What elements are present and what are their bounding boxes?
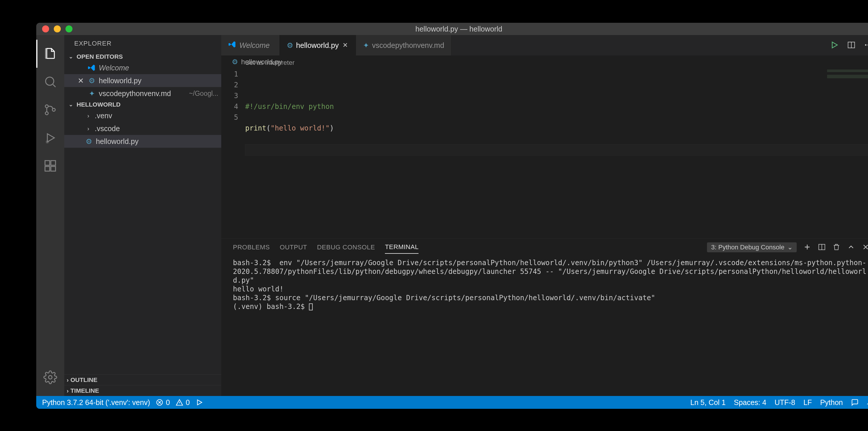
folder-header[interactable]: ⌄ HELLOWORLD: [64, 100, 221, 109]
open-editor-welcome[interactable]: Welcome: [64, 61, 221, 74]
code-line[interactable]: #!/usr/bin/env python: [245, 101, 868, 112]
status-cursor-position[interactable]: Ln 5, Col 1: [690, 398, 726, 407]
open-editor-label: Welcome: [99, 64, 129, 72]
code-line[interactable]: [245, 112, 868, 123]
chevron-down-icon: ⌄: [67, 101, 75, 108]
markdown-icon: ✦: [363, 41, 369, 49]
panel: PROBLEMS OUTPUT DEBUG CONSOLE TERMINAL 3…: [221, 238, 868, 396]
debug-icon: [43, 131, 57, 145]
svg-rect-6: [45, 166, 50, 171]
gutter: 12345: [221, 68, 245, 238]
error-icon: [156, 399, 163, 406]
terminal-cursor: [309, 303, 313, 310]
code-line[interactable]: [245, 134, 868, 144]
close-panel-button[interactable]: [862, 243, 868, 252]
status-encoding[interactable]: UTF-8: [774, 398, 795, 407]
open-editors-list: Welcome ✕ ⚙ helloworld.py ✦ vscodepython…: [64, 61, 221, 100]
tab-label: Welcome: [239, 41, 270, 49]
vscode-icon: [228, 40, 237, 50]
new-terminal-button[interactable]: [803, 243, 811, 252]
tab-helloworld[interactable]: ⚙ helloworld.py ✕: [280, 35, 356, 56]
chevron-right-icon: ›: [67, 376, 69, 384]
timeline-label: TIMELINE: [70, 387, 99, 394]
open-editor-helloworld[interactable]: ✕ ⚙ helloworld.py: [64, 74, 221, 87]
panel-tab-terminal[interactable]: TERMINAL: [385, 241, 418, 254]
open-editor-vscodepythonvenv[interactable]: ✦ vscodepythonvenv.md ~/Googl...: [64, 87, 221, 100]
status-feedback[interactable]: [851, 399, 859, 406]
line-number: 5: [221, 112, 238, 123]
split-editor-button[interactable]: [847, 41, 856, 50]
code-line[interactable]: print("hello world!"): [245, 123, 868, 134]
kill-terminal-button[interactable]: [832, 243, 840, 252]
chevron-down-icon: ⌄: [787, 243, 793, 251]
svg-point-3: [52, 108, 55, 111]
svg-point-1: [45, 105, 48, 108]
status-indentation[interactable]: Spaces: 4: [734, 398, 766, 407]
more-actions-button[interactable]: [864, 41, 868, 50]
status-language[interactable]: Python: [820, 398, 843, 407]
run-button[interactable]: [830, 41, 839, 50]
terminal-text: bash-3.2$ env "/Users/jemurray/Google Dr…: [233, 259, 866, 311]
python-icon: ⚙: [287, 41, 293, 49]
svg-point-2: [45, 112, 48, 115]
open-editor-label: helloworld.py: [99, 76, 142, 85]
svg-rect-5: [45, 161, 50, 165]
timeline-section[interactable]: › TIMELINE: [64, 385, 221, 396]
minimize-window-button[interactable]: [54, 25, 61, 32]
status-notifications[interactable]: [867, 399, 868, 406]
close-icon[interactable]: ✕: [76, 76, 85, 85]
code-line[interactable]: [245, 144, 868, 155]
outline-section[interactable]: › OUTLINE: [64, 374, 221, 385]
folder-item-helloworld-py[interactable]: ⚙ helloworld.py: [64, 135, 221, 148]
folder-item-vscode[interactable]: › .vscode: [64, 122, 221, 135]
line-number: 2: [221, 80, 238, 91]
activity-explorer[interactable]: [36, 40, 64, 68]
statusbar: Python 3.7.2 64-bit ('.venv': venv) 0 0 …: [36, 396, 868, 409]
code-area[interactable]: Set as interpreter #!/usr/bin/env python…: [245, 68, 868, 238]
terminal-output[interactable]: bash-3.2$ env "/Users/jemurray/Google Dr…: [221, 256, 868, 396]
chevron-right-icon: ›: [67, 387, 69, 394]
activity-search[interactable]: [36, 68, 64, 96]
terminal-select[interactable]: 3: Python Debug Console ⌄: [707, 242, 797, 252]
editor[interactable]: 12345 Set as interpreter #!/usr/bin/env …: [221, 68, 868, 238]
activity-extensions[interactable]: [36, 152, 64, 180]
chevron-right-icon: ›: [85, 112, 92, 119]
status-eol[interactable]: LF: [803, 398, 812, 407]
open-editor-label: vscodepythonvenv.md: [99, 89, 171, 98]
close-icon[interactable]: ✕: [342, 41, 349, 49]
tab-vscodepythonvenv[interactable]: ✦ vscodepythonvenv.md: [356, 35, 452, 56]
extensions-icon: [43, 159, 57, 173]
panel-tab-debug-console[interactable]: DEBUG CONSOLE: [317, 241, 375, 254]
split-terminal-button[interactable]: [818, 243, 826, 252]
activity-run-debug[interactable]: [36, 124, 64, 152]
status-warnings[interactable]: 0: [176, 398, 190, 407]
activity-settings[interactable]: [36, 363, 64, 391]
codelens-set-interpreter[interactable]: Set as interpreter: [245, 57, 294, 68]
svg-point-4: [46, 141, 49, 143]
maximize-window-button[interactable]: [65, 25, 72, 32]
window-title: helloworld.py — helloworld: [36, 25, 868, 33]
open-editors-header[interactable]: ⌄ OPEN EDITORS: [64, 52, 221, 61]
minimap[interactable]: [827, 69, 868, 78]
python-icon: ⚙: [232, 58, 238, 66]
folder-tree: › .venv › .vscode ⚙ helloworld.py: [64, 109, 221, 148]
panel-tab-output[interactable]: OUTPUT: [280, 241, 307, 254]
svg-point-0: [45, 77, 54, 85]
vscode-icon: [88, 64, 96, 72]
svg-point-9: [49, 375, 52, 379]
tabs: Welcome ⚙ helloworld.py ✕ ✦ vscodepython…: [221, 35, 868, 56]
status-errors[interactable]: 0: [156, 398, 170, 407]
close-window-button[interactable]: [42, 25, 49, 32]
folder-item-venv[interactable]: › .venv: [64, 109, 221, 122]
status-run-no-debug[interactable]: [195, 399, 203, 406]
tab-welcome[interactable]: Welcome: [221, 35, 280, 56]
bell-icon: [867, 399, 868, 406]
activity-source-control[interactable]: [36, 96, 64, 124]
panel-tab-problems[interactable]: PROBLEMS: [233, 241, 270, 254]
breadcrumb[interactable]: ⚙ helloworld.py: [221, 56, 868, 68]
feedback-icon: [851, 399, 859, 406]
python-icon: ⚙: [85, 137, 93, 145]
status-python-interpreter[interactable]: Python 3.7.2 64-bit ('.venv': venv): [42, 398, 150, 407]
maximize-panel-button[interactable]: [847, 243, 855, 252]
files-icon: [43, 47, 57, 61]
